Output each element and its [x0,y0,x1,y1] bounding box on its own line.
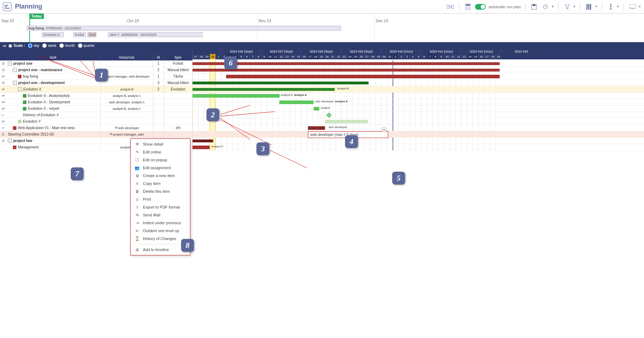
close-icon[interactable]: ✕ [381,127,386,132]
gantt-bar[interactable] [193,69,500,72]
day-header-cell: 13 [461,54,467,59]
day-header-cell: 3 [404,54,410,59]
filter-icon[interactable] [563,3,571,11]
task-row[interactable]: ▷Delivery of Evolution X [0,112,644,118]
gantt-bar[interactable] [193,62,500,65]
auto-run-toggle[interactable] [475,4,486,10]
svg-line-35 [270,150,307,168]
menu-item[interactable]: ⇤Outdent one level up [131,227,190,235]
link-icon[interactable] [446,3,455,11]
resources-cell: project manager, web developer [100,73,153,79]
svg-point-11 [466,8,467,9]
task-row[interactable]: ⚙-project two [0,138,644,144]
callout-2: 2 [206,108,219,121]
week-header: 2023 #36 (Sept)2023 #37 (Sept)2023 #38 (… [0,49,644,54]
auto-run-label: automatic run plan [489,5,521,9]
type-cell [164,118,193,124]
task-row[interactable]: ⇄Evolution Y [0,118,644,125]
day-header-cell: 17 [307,54,313,59]
gantt-bar[interactable] [193,88,335,91]
scale-bar: ▭ ▣ Scale : day week month quarter [0,42,644,49]
gantt-bar[interactable] [193,94,280,98]
task-name: bug fixing [23,74,38,78]
day-header: 2728293012345678910111213141516171819202… [193,54,644,59]
type-cell: Manual billed [164,80,193,86]
menu-item[interactable]: ⎘Copy item [131,180,190,187]
timeline-bar[interactable]: bug fixing 07/09/2023 - 21/11/2023 [27,26,341,31]
day-header-cell: 2 [398,54,404,59]
timeline-bar[interactable]: Evolutoin X [42,32,64,37]
expand-all-icon[interactable]: ▭ [2,43,6,48]
menu-item[interactable]: 👥Edit assignment [131,164,190,172]
plus-icon: ⊞ [134,248,140,252]
day-header-cell: 5 [238,54,244,59]
columns-icon[interactable] [585,3,593,11]
row-type-icon: ▷ [0,112,6,118]
gantt-bar[interactable] [325,120,368,123]
day-header-cell: 12 [278,54,284,59]
menu-item[interactable]: ✎Edit online [131,148,190,156]
row-type-icon: ⚙ [0,80,6,86]
timeline-bar[interactable]: Evol [88,32,96,37]
callout-6: 6 [224,57,237,69]
collapse-all-icon[interactable]: ▣ [8,43,12,48]
menu-item[interactable]: 👁Show detail [131,140,190,148]
display-icon[interactable] [628,3,637,11]
gantt-bar[interactable] [314,107,319,111]
expand-toggle[interactable]: - [8,62,12,65]
gantt-bar[interactable] [279,101,314,104]
col-task: task [6,54,100,60]
menu-item[interactable]: ⇩Export to PDF format [131,203,190,211]
day-header-cell: 7 [427,54,433,59]
day-header-cell: 16 [301,54,307,59]
plus-icon: ⊞ [134,173,140,178]
id-cell [153,106,164,112]
gantt-bar[interactable] [193,139,213,142]
menu-item[interactable]: 🗑Delete this item [131,187,190,195]
resources-cell: analyst B, analyst A [100,93,153,99]
people-icon: 👥 [134,166,140,170]
menu-item[interactable]: ⊞Create a new item [131,172,190,180]
gantt-label: web developer [329,126,347,129]
gantt-label: web developer, analyst A [315,100,348,103]
expand-toggle[interactable]: - [8,139,12,143]
menu-item[interactable]: ⎙Print [131,195,190,203]
day-header-cell: 30 [210,54,215,59]
save-icon[interactable] [530,3,538,11]
day-header-cell: 7 [250,54,255,59]
svg-rect-15 [533,4,535,6]
gantt-bar[interactable] [308,126,325,130]
scale-week[interactable]: week [42,43,56,48]
indent-icon: ⇥ [134,221,140,225]
menu-item[interactable]: ⇥Indent under previous [131,219,190,227]
callout-4: 4 [345,135,358,148]
gantt-bar[interactable] [226,75,500,78]
svg-rect-7 [466,4,470,6]
clock-icon[interactable] [541,3,550,11]
menu-item[interactable]: ✉Send Mail [131,211,190,219]
menu-item[interactable]: ☐Edit on popup [131,156,190,164]
gantt-bar[interactable] [193,82,369,84]
callout-7: 7 [71,167,84,180]
task-name: Evolution X - Development [28,100,70,104]
day-header-cell: 15 [295,54,301,59]
task-row[interactable]: ⇄Evolutoin X - Analysisytutyanalyst B, a… [0,93,644,99]
task-row[interactable]: Managementanalyst C [0,144,644,151]
more-icon[interactable] [606,3,615,11]
scale-quarter[interactable]: quarter [78,43,95,48]
calculator-icon[interactable] [464,3,472,11]
resources-cell: analyst B [100,86,153,92]
timeline-bar[interactable]: ution Y 26/09/2023 - 18/10/2023 [108,32,203,37]
timeline-bar[interactable]: Evolut [73,32,86,37]
scale-month[interactable]: month [59,43,75,48]
task-color-box [23,101,26,104]
task-name: Management [18,145,39,149]
expand-toggle[interactable]: - [13,81,17,85]
gantt-bar[interactable] [193,146,210,149]
row-type-icon: ⇄ [0,86,6,92]
expand-toggle[interactable]: - [18,87,22,91]
row-type-icon: ≡ [0,125,6,131]
expand-toggle[interactable]: - [13,68,17,72]
scale-day[interactable]: day [28,43,39,48]
id-cell [153,93,164,99]
